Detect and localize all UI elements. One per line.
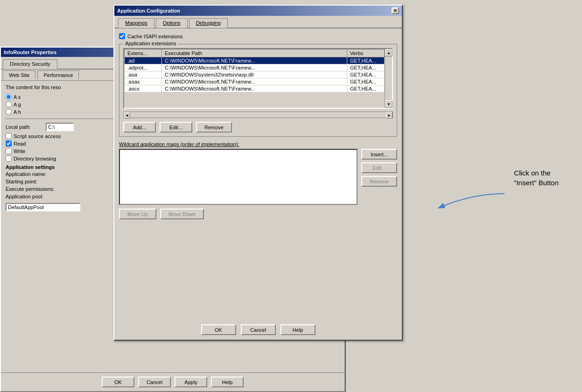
local-path-input[interactable] [46,123,74,131]
annotation-text: Click on the "Insert" Button [514,168,559,188]
bg-help-button[interactable]: Help [211,377,244,387]
script-source-label: Script source access [14,133,61,139]
cell-path: C:\WINDOWS\Microsoft.NET\Framew... [162,78,347,85]
bg-cancel-button[interactable]: Cancel [138,377,171,387]
dialog-ok-button[interactable]: OK [201,324,236,335]
remove-button[interactable]: Remove [196,122,232,133]
app-extensions-group: Application extensions Extens... E [119,44,397,137]
scroll-down-arrow[interactable]: ▼ [385,100,393,108]
table-row[interactable]: .adprot... C:\WINDOWS\Microsoft.NET\Fram… [125,64,385,71]
move-down-button[interactable]: Move Down [160,209,204,219]
wildcard-buttons: Insert... Edit... Remove [361,149,397,205]
dir-browsing-checkbox[interactable] [6,155,12,161]
insert-button[interactable]: Insert... [361,149,397,160]
app-name-label: Application name: [6,171,62,177]
execute-perms-label: Execute permissions: [6,186,62,192]
read-label: Read [14,141,26,147]
cell-verbs: GET,HEA... [347,85,385,92]
cache-isapi-checkbox[interactable] [119,33,125,39]
add-button[interactable]: Add... [123,122,156,133]
dialog-cancel-button[interactable]: Cancel [241,324,276,335]
bg-apply-button[interactable]: Apply [175,377,207,387]
radio-label-3: A h [14,109,21,115]
scroll-up-arrow[interactable]: ▲ [385,49,393,56]
cell-ext: .ad [125,57,162,64]
cell-ext: .asax [125,78,162,85]
col-exec-path[interactable]: Executable Path [162,49,347,57]
move-up-button[interactable]: Move Up [119,209,156,219]
app-extensions-legend: Application extensions [123,41,178,46]
radio-label-2: A g [14,102,21,107]
radio-a2[interactable] [6,101,12,107]
cell-verbs: GET,HEA... [347,57,385,64]
dialog-help-button[interactable]: Help [280,324,316,335]
cell-path: C:\WINDOWS\Microsoft.NET\Framew... [162,85,347,92]
wildcard-edit-button[interactable]: Edit... [361,162,397,173]
radio-a3[interactable] [6,109,12,115]
cell-path: C:\WINDOWS\Microsoft.NET\Framew... [162,57,347,64]
wildcard-layout: Insert... Edit... Remove [119,149,397,205]
dialog-close-button[interactable]: ✕ [392,7,399,14]
scroll-left-arrow[interactable]: ◄ [124,112,130,119]
bg-ok-button[interactable]: OK [102,377,134,387]
cell-ext: .adprot... [125,64,162,71]
annotation: Click on the "Insert" Button [514,168,559,188]
read-checkbox[interactable] [6,140,12,147]
scroll-right-arrow[interactable]: ► [386,112,393,119]
tab-directory-security[interactable]: Directory Security [3,59,57,69]
write-label: Write [14,148,25,154]
app-pool-input[interactable] [6,203,80,211]
radio-a1[interactable] [6,94,12,100]
app-config-dialog: Application Configuration ✕ Mappings Opt… [113,5,403,341]
dialog-bottom-buttons: OK Cancel Help [114,324,402,335]
cell-verbs: GET,HEA... [347,78,385,85]
cell-verbs: GET,HEA... [347,71,385,78]
cell-ext: .ascx [125,85,162,92]
table-row[interactable]: .ad C:\WINDOWS\Microsoft.NET\Framew... G… [125,57,385,64]
bg-window-title: InfoRouter Properties [4,49,56,55]
wildcard-list[interactable] [119,149,358,205]
cell-verbs: GET,HEA... [347,64,385,71]
ext-buttons-row: Add... Edit... Remove [123,122,393,133]
horizontal-scroll-track [130,112,386,118]
table-row[interactable]: .asa C:\WINDOWS\system32\inetsrv\asp.dll… [125,71,385,78]
edit-button[interactable]: Edit... [160,122,192,133]
dialog-tabs: Mappings Options Debugging [114,16,402,28]
extensions-table: Extens... Executable Path Verbs .ad C:\W… [124,49,385,92]
cell-ext: .asa [125,71,162,78]
col-verbs[interactable]: Verbs [347,49,385,57]
dialog-body: Cache ISAPI extensions Application exten… [114,28,402,224]
tab-performance[interactable]: Performance [37,70,79,79]
starting-point-label: Starting point: [6,179,62,184]
script-source-checkbox[interactable] [6,133,12,139]
table-row[interactable]: .asax C:\WINDOWS\Microsoft.NET\Framew...… [125,78,385,85]
cache-isapi-label: Cache ISAPI extensions [127,34,183,39]
wildcard-label: Wildcard application maps (order of impl… [119,141,397,147]
radio-label-1: A s [14,94,21,100]
cell-path: C:\WINDOWS\Microsoft.NET\Framew... [162,64,347,71]
cell-path: C:\WINDOWS\system32\inetsrv\asp.dll [162,71,347,78]
wildcard-remove-button[interactable]: Remove [361,176,397,187]
move-buttons-row: Move Up Move Down [119,209,397,219]
table-row[interactable]: .ascx C:\WINDOWS\Microsoft.NET\Framew...… [125,85,385,92]
dialog-title: Application Configuration [117,8,180,14]
app-pool-label: Application pool: [6,194,62,199]
col-extens[interactable]: Extens... [125,49,162,57]
dir-browsing-label: Directory browsing [14,156,56,161]
write-checkbox[interactable] [6,148,12,154]
local-path-label: Local path: [6,124,43,130]
tab-web-site[interactable]: Web Site [3,70,35,79]
tab-options[interactable]: Options [156,18,188,28]
bg-window-bottom-buttons: OK Cancel Apply Help [1,372,344,391]
cache-isapi-row: Cache ISAPI extensions [119,33,397,39]
tab-mappings[interactable]: Mappings [118,18,154,28]
tab-debugging[interactable]: Debugging [189,18,228,28]
annotation-arrow [435,184,509,222]
wildcard-section: Wildcard application maps (order of impl… [119,141,397,205]
dialog-titlebar: Application Configuration ✕ [114,6,402,16]
